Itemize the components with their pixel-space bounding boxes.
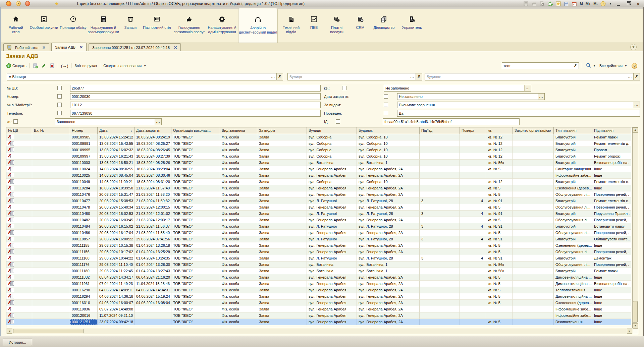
column-header-4[interactable]: Дата↓: [98, 127, 135, 134]
report-button[interactable]: Звіт по рухах: [73, 63, 99, 68]
ribbon-section-15[interactable]: Управитель: [398, 9, 426, 43]
clear-field-icon[interactable]: ✗: [633, 73, 640, 80]
table-row[interactable]: ✗00011048220.03.2024 16:03:4521.03.2024 …: [6, 217, 631, 223]
use-filter-checkbox[interactable]: [13, 119, 18, 124]
table-row[interactable]: ✗00011085726.03.2024 16:00:2229.03.2024 …: [6, 236, 631, 242]
record-icon[interactable]: [25, 1, 30, 6]
column-header-12[interactable]: Поверх: [460, 127, 486, 134]
scroll-left-icon[interactable]: ◄: [7, 329, 12, 334]
table-row[interactable]: ✗00011047620.03.2024 15:31:4721.03.2024 …: [6, 191, 631, 198]
ribbon-section-4[interactable]: Нарахування йвзаєморозрахунки: [87, 9, 119, 43]
preview-icon[interactable]: [539, 1, 545, 6]
column-header-16[interactable]: Підпитання: [592, 127, 631, 134]
use-filter-checkbox[interactable]: [57, 111, 62, 115]
filter-city-input[interactable]: м.Вінниця...✗: [7, 73, 283, 80]
copy-button[interactable]: [31, 63, 40, 69]
table-row[interactable]: ✗00011115629.03.2024 10:17:0201.04.2024 …: [6, 249, 631, 255]
close-button[interactable]: ×: [635, 1, 642, 6]
table-row[interactable]: ✗00011004914.03.2024 11:09:2118.03.2024 …: [6, 179, 631, 185]
restore-button[interactable]: [625, 1, 632, 6]
table-row[interactable]: ✗00011117629.03.2024 11:10:4001.04.2024 …: [6, 262, 631, 268]
ribbon-section-12[interactable]: Платніпослуги: [323, 9, 350, 43]
table-row[interactable]: ✗00011631004.06.2024 16:00:0704.06.2024 …: [6, 300, 631, 306]
clear-field-icon[interactable]: ✗: [416, 73, 422, 80]
column-header-3[interactable]: Номер: [70, 127, 98, 134]
use-filter-checkbox[interactable]: [336, 119, 340, 124]
tab-2[interactable]: Заявки АДВ✕: [51, 43, 87, 51]
select-value-icon[interactable]: ...: [633, 102, 640, 108]
all-actions-button[interactable]: Все действия▼: [598, 63, 629, 68]
table-row[interactable]: ✗00011048020.03.2024 16:02:5321.03.2024 …: [6, 211, 631, 217]
column-width-button[interactable]: (↔): [59, 63, 70, 69]
edit-button[interactable]: [40, 63, 48, 69]
create-button[interactable]: +Создать: [5, 63, 28, 69]
ribbon-section-1[interactable]: Рабочийстол: [3, 9, 29, 43]
table-row[interactable]: ✗00011002514.03.2024 08:45:0418.03.2024 …: [6, 172, 631, 179]
calculator-tool-icon[interactable]: [564, 1, 569, 6]
form-field-r2[interactable]: Не заполнено...: [397, 93, 545, 100]
tab-3[interactable]: Звернення 000121251 от 23.07.2024 09:42:…: [89, 43, 181, 51]
column-header-2[interactable]: Вх. №: [32, 127, 70, 134]
table-row[interactable]: ✗00011115529.03.2024 10:15:3801.04.2024 …: [6, 242, 631, 249]
form-field-5[interactable]: Заполнено...: [55, 118, 162, 125]
horizontal-scrollbar[interactable]: ◄ ►: [6, 328, 633, 334]
tab-1[interactable]: Рабочий стол✕: [3, 43, 49, 51]
ribbon-section-8[interactable]: Налаштування йадміністрування: [206, 9, 238, 43]
column-header-8[interactable]: За видом: [257, 127, 307, 134]
ribbon-section-9[interactable]: Аварійнодиспетчерський відділ: [238, 8, 278, 43]
scroll-right-icon[interactable]: ►: [627, 329, 632, 334]
table-row[interactable]: ✗00011983609.07.2024 14:48:08ТОВ "ЖЕО"Фі…: [6, 306, 631, 312]
horizontal-scroll-thumb[interactable]: [13, 329, 84, 333]
table-row[interactable]: ✗00010999513.03.2024 16:02:3218.03.2024 …: [6, 147, 631, 153]
table-row[interactable]: ✗00010998513.03.2024 15:24:1218.03.2024 …: [6, 134, 631, 140]
select-value-icon[interactable]: ...: [524, 85, 531, 91]
table-row[interactable]: ✗00011028418.03.2024 10:39:5021.03.2024 …: [6, 185, 631, 191]
column-header-6[interactable]: Організація виконав...: [171, 127, 220, 134]
add-favorite-icon[interactable]: [547, 1, 553, 6]
select-value-icon[interactable]: ...: [538, 94, 544, 100]
create-based-button[interactable]: Создать на основании▼: [102, 63, 148, 68]
search-icon[interactable]: [586, 63, 591, 69]
calendar-icon[interactable]: 31: [572, 1, 577, 6]
table-row[interactable]: ✗00011002414.03.2024 08:36:5518.03.2024 …: [6, 166, 631, 172]
table-row[interactable]: ✗00012001611.07.2024 09:21:10ТОВ "ЖЕО"Фі…: [6, 312, 631, 319]
scroll-down-icon[interactable]: ▼: [633, 323, 638, 329]
table-row[interactable]: ✗00011116829.03.2024 10:44:2201.04.2024 …: [6, 255, 631, 262]
column-header-1[interactable]: № ЦВ: [6, 127, 32, 134]
form-field-r3[interactable]: Письмове звернення...: [397, 102, 640, 108]
ribbon-section-10[interactable]: Технічнийвідділ: [278, 9, 305, 43]
column-header-10[interactable]: Будинок: [357, 127, 420, 134]
delete-button[interactable]: [48, 63, 56, 69]
favorites-list-icon[interactable]: [555, 1, 561, 6]
table-row[interactable]: ✗00011048620.03.2024 16:17:0421.03.2024 …: [6, 230, 631, 236]
filter-street-input[interactable]: Вулиця...✗: [287, 73, 422, 80]
favorites-star-icon[interactable]: ★: [55, 1, 59, 6]
table-row[interactable]: ✗00011629004.06.2024 14:09:1104.06.2024 …: [6, 287, 631, 293]
ribbon-section-13[interactable]: CRM: [350, 9, 370, 43]
ribbon-section-6[interactable]: Паспортний стіл: [142, 9, 172, 43]
use-filter-checkbox[interactable]: [342, 86, 346, 90]
tab-list-button[interactable]: ▼: [630, 44, 637, 50]
form-field-r1[interactable]: Не заполнено...: [384, 85, 531, 92]
table-row[interactable]: ✗00011629404.06.2024 14:36:1804.06.2024 …: [6, 293, 631, 300]
save-icon[interactable]: [523, 1, 529, 6]
clear-field-icon[interactable]: ✗: [276, 73, 283, 80]
select-value-icon[interactable]: ...: [155, 119, 161, 125]
app-logo-icon[interactable]: [6, 1, 11, 6]
minimize-button[interactable]: [614, 1, 622, 6]
info-icon[interactable]: i: [600, 1, 606, 6]
use-filter-checkbox[interactable]: [384, 103, 388, 107]
tab-close-icon[interactable]: ✕: [42, 45, 46, 50]
form-field-2[interactable]: 000120030: [70, 93, 321, 100]
column-header-13[interactable]: кв.: [486, 127, 513, 134]
info-dropdown-icon[interactable]: ▼: [609, 2, 612, 5]
memory-button-m[interactable]: M: [580, 2, 583, 6]
column-header-5[interactable]: Дата закриття: [135, 127, 171, 134]
ribbon-section-5[interactable]: Запаси: [119, 9, 142, 43]
print-icon[interactable]: [531, 1, 537, 6]
column-header-15[interactable]: Тип питання: [554, 127, 592, 134]
table-row[interactable]: ✗00011000313.03.2024 16:50:2118.03.2024 …: [6, 160, 631, 166]
vertical-scroll-thumb[interactable]: [633, 301, 638, 323]
form-field-r4[interactable]: Да: [397, 110, 640, 117]
select-value-icon[interactable]: ...: [627, 75, 633, 79]
